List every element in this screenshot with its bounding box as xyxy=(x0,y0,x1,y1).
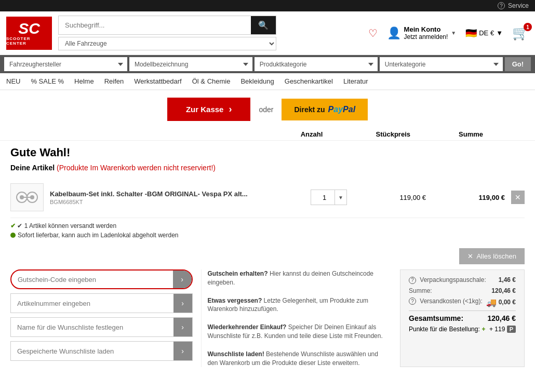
chevron-right-icon: › xyxy=(229,104,232,115)
nav-literatur[interactable]: Literatur xyxy=(343,77,368,85)
info-wiederkehrend: Wiederkehrender Einkauf? Speicher Dir De… xyxy=(208,323,390,341)
punkte-row: Punkte für die Bestellung: + + 119 P xyxy=(409,326,516,333)
availability-info: ✔ ✔ 1 Artikel können versandt werden Sof… xyxy=(10,222,525,239)
language-selector[interactable]: 🇩🇪 DE € ▼ xyxy=(465,28,503,39)
produktkategorie-select[interactable]: Produktkategorie xyxy=(255,57,378,71)
product-image xyxy=(10,183,44,211)
punkte-value: + 119 xyxy=(489,326,505,333)
gutschein-row: › xyxy=(10,269,193,289)
search-bar: 🔍 xyxy=(58,16,276,35)
main-content: Gute Wahl! Deine Artikel (Produkte Im Wa… xyxy=(0,141,535,383)
fahrzeughersteller-select[interactable]: Fahrzeughersteller xyxy=(4,57,127,71)
input-col: › › › › xyxy=(10,269,193,367)
search-input[interactable] xyxy=(59,16,251,34)
wunschliste-name-input[interactable] xyxy=(11,318,173,336)
wunschliste-laden-input[interactable] xyxy=(11,342,173,360)
gutschein-go-button[interactable]: › xyxy=(173,271,192,288)
wunschliste-name-row: › xyxy=(10,317,193,337)
account-wrap[interactable]: 👤 Mein Konto Jetzt anmelden! ▼ xyxy=(387,25,457,40)
gesamt-row: Gesamtsumme: 120,46 € xyxy=(409,310,516,322)
info-col: Gutschein erhalten? Hier kannst du deine… xyxy=(201,269,390,367)
table-headers: Anzahl Stückpreis Summe xyxy=(0,128,535,141)
points-plus-icon: + xyxy=(482,326,486,333)
account-icon: 👤 xyxy=(387,26,401,40)
account-chevron-icon: ▼ xyxy=(451,30,456,36)
nav-bar: NEU % SALE % Helme Reifen Werkstattbedar… xyxy=(0,73,535,90)
service-label[interactable]: Service xyxy=(508,2,529,9)
summe-label: Summe: xyxy=(409,287,432,294)
nav-reifen[interactable]: Reifen xyxy=(104,77,124,85)
nav-helme[interactable]: Helme xyxy=(74,77,94,85)
product-name[interactable]: Kabelbaum-Set inkl. Schalter -BGM ORIGIN… xyxy=(50,190,304,198)
truck-icon: 🚚 xyxy=(486,298,497,307)
flag-icon: 🇩🇪 xyxy=(465,28,477,39)
deine-artikel-label: Deine Artikel (Produkte Im Warenkorb wer… xyxy=(10,164,525,172)
checkmark-icon: ✔ xyxy=(10,222,16,229)
go-button[interactable]: Go! xyxy=(505,57,531,71)
nav-oel[interactable]: Öl & Chemie xyxy=(192,77,231,85)
product-details: Kabelbaum-Set inkl. Schalter -BGM ORIGIN… xyxy=(50,190,304,205)
oder-label: oder xyxy=(259,105,273,114)
nav-neu[interactable]: NEU xyxy=(6,77,20,85)
logo-sub: SCOOTER CENTER xyxy=(6,36,52,46)
nicht-reserviert-label: (Produkte Im Warenkorb werden nicht rese… xyxy=(57,164,216,172)
artikelnummer-row: › xyxy=(10,293,193,313)
nav-werkstatt[interactable]: Werkstattbedarf xyxy=(134,77,182,85)
nav-sale[interactable]: % SALE % xyxy=(31,77,64,85)
punkte-value-wrap: + + 119 P xyxy=(482,326,516,333)
checkout-bar: Zur Kasse › oder Direkt zu PayPal xyxy=(0,90,535,128)
verpackung-info-icon[interactable]: ? xyxy=(409,277,416,284)
unterkategorie-select[interactable]: Unterkategorie xyxy=(380,57,503,71)
punkte-label: Punkte für die Bestellung: xyxy=(409,326,480,333)
summe-row: Summe: 120,46 € xyxy=(409,287,516,294)
item-sum: 119,00 € xyxy=(432,194,505,201)
alles-loschen-button[interactable]: ✕ Alles löschen xyxy=(459,248,525,264)
qty-chevron-icon[interactable]: ▼ xyxy=(335,190,346,205)
cart-item: Kabelbaum-Set inkl. Schalter -BGM ORIGIN… xyxy=(10,177,525,218)
col-anzahl: Anzahl xyxy=(286,130,338,138)
lang-label: DE € xyxy=(479,29,494,37)
versand-row: ? Versandkosten (<1kg): 🚚 0,00 € xyxy=(409,298,516,307)
header-right: ♡ 👤 Mein Konto Jetzt anmelden! ▼ 🇩🇪 DE €… xyxy=(368,25,529,41)
logo-sc: SC xyxy=(18,21,40,36)
gutschein-input[interactable] xyxy=(11,271,173,288)
modellbezeichnung-select[interactable]: Modellbezeichnung xyxy=(129,57,252,71)
unit-price: 119,00 € xyxy=(353,194,426,201)
wunschliste-name-go-button[interactable]: › xyxy=(173,318,192,336)
question-icon: ? xyxy=(498,2,505,9)
nav-geschenk[interactable]: Geschenkartikel xyxy=(285,77,333,85)
input-and-summary: › › › › Gutschein erhalten? xyxy=(10,269,525,377)
col-summe: Summe xyxy=(410,130,483,138)
account-text: Mein Konto Jetzt anmelden! xyxy=(404,25,448,40)
gesamt-value: 120,46 € xyxy=(488,314,516,322)
verpackung-row: ? Verpackungspauschale: 1,46 € xyxy=(409,276,516,284)
versand-value: 0,00 € xyxy=(499,299,516,306)
nav-bekleidung[interactable]: Bekleidung xyxy=(240,77,274,85)
artikelnummer-input[interactable] xyxy=(11,294,173,313)
availability-msg: ✔ ✔ 1 Artikel können versandt werden xyxy=(10,222,525,229)
search-button[interactable]: 🔍 xyxy=(251,16,276,34)
wishlist-heart-icon[interactable]: ♡ xyxy=(368,27,378,39)
page-title: Gute Wahl! xyxy=(10,146,525,159)
zur-kasse-button[interactable]: Zur Kasse › xyxy=(167,98,251,121)
bottom-actions: ✕ Alles löschen xyxy=(10,243,525,269)
stock-status: Sofort lieferbar, kann auch im Ladenloka… xyxy=(10,232,525,239)
x-icon: ✕ xyxy=(467,252,473,260)
summe-value: 120,46 € xyxy=(491,287,516,294)
p-badge: P xyxy=(507,326,516,333)
info-wunschliste: Wunschliste laden! Bestehende Wunschlist… xyxy=(208,350,390,368)
verpackung-value: 1,46 € xyxy=(499,276,516,284)
logo[interactable]: SC SCOOTER CENTER xyxy=(6,17,52,50)
vehicle-select[interactable]: Alle Fahrzeuge xyxy=(58,37,276,50)
remove-item-button[interactable]: ✕ xyxy=(511,191,525,204)
cart-wrap[interactable]: 🛒 1 xyxy=(512,25,529,41)
artikelnummer-go-button[interactable]: › xyxy=(173,294,192,313)
paypal-button[interactable]: Direkt zu PayPal xyxy=(282,99,368,120)
quantity-selector[interactable]: 1 2 3 ▼ xyxy=(311,190,347,205)
inputs-and-info: › › › › Gutschein erhalten? xyxy=(10,269,390,367)
wunschliste-laden-go-button[interactable]: › xyxy=(173,342,192,360)
gesamt-label: Gesamtsumme: xyxy=(409,314,463,322)
quantity-select[interactable]: 1 2 3 xyxy=(311,190,335,205)
summary-box: ? Verpackungspauschale: 1,46 € Summe: 12… xyxy=(400,269,525,367)
versand-info-icon[interactable]: ? xyxy=(409,298,416,305)
